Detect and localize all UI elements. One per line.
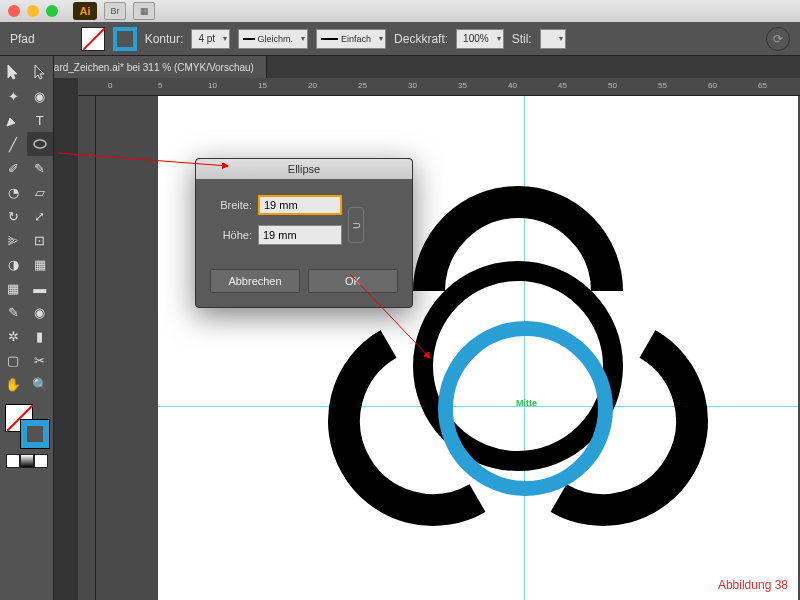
zoom-window-button[interactable] bbox=[46, 5, 58, 17]
direct-selection-tool[interactable] bbox=[27, 60, 54, 84]
color-mode-row bbox=[6, 454, 48, 468]
column-graph-tool[interactable]: ▮ bbox=[27, 324, 54, 348]
style-label: Stil: bbox=[512, 32, 532, 46]
rotate-tool[interactable]: ↻ bbox=[0, 204, 27, 228]
opacity-label: Deckkraft: bbox=[394, 32, 448, 46]
stroke-color-icon[interactable] bbox=[21, 420, 49, 448]
symbol-sprayer-tool[interactable]: ✲ bbox=[0, 324, 27, 348]
mesh-tool[interactable]: ▦ bbox=[0, 276, 27, 300]
stroke-profile-dropdown[interactable]: Einfach bbox=[316, 29, 386, 49]
width-input[interactable] bbox=[258, 195, 342, 215]
shape-builder-tool[interactable]: ◑ bbox=[0, 252, 27, 276]
selected-ellipse[interactable] bbox=[438, 321, 613, 496]
cancel-button[interactable]: Abbrechen bbox=[210, 269, 300, 293]
opacity-dropdown[interactable]: 100% bbox=[456, 29, 504, 49]
type-tool[interactable]: T bbox=[27, 108, 54, 132]
figure-caption: Abbildung 38 bbox=[718, 578, 788, 592]
window-titlebar: Ai Br ▦ bbox=[0, 0, 800, 22]
sync-icon[interactable]: ⟳ bbox=[766, 27, 790, 51]
width-label: Breite: bbox=[210, 199, 252, 211]
selection-type-label: Pfad bbox=[10, 32, 35, 46]
options-bar: Pfad Kontur: 4 pt Gleichm. Einfach Deckk… bbox=[0, 22, 800, 56]
lasso-tool[interactable]: ◉ bbox=[27, 84, 54, 108]
eraser-tool[interactable]: ▱ bbox=[27, 180, 54, 204]
stroke-weight-dropdown[interactable]: 4 pt bbox=[191, 29, 230, 49]
horizontal-ruler[interactable]: 05101520253035404550556065 bbox=[78, 78, 800, 96]
stroke-dash-dropdown[interactable]: Gleichm. bbox=[238, 29, 308, 49]
slice-tool[interactable]: ✂ bbox=[27, 348, 54, 372]
paintbrush-tool[interactable]: ✐ bbox=[0, 156, 27, 180]
stroke-swatch[interactable] bbox=[113, 27, 137, 51]
fill-stroke-control[interactable] bbox=[5, 404, 49, 448]
vertical-ruler[interactable] bbox=[78, 96, 96, 600]
constrain-proportions-icon[interactable]: ⊃ bbox=[348, 207, 364, 243]
scale-tool[interactable]: ⤢ bbox=[27, 204, 54, 228]
bridge-button[interactable]: Br bbox=[104, 2, 126, 20]
ok-button[interactable]: OK bbox=[308, 269, 398, 293]
svg-point-0 bbox=[34, 140, 46, 148]
ellipse-dialog: Ellipse Breite: Höhe: ⊃ Abbrechen OK bbox=[195, 158, 413, 308]
artboard-tool[interactable]: ▢ bbox=[0, 348, 27, 372]
magic-wand-tool[interactable]: ✦ bbox=[0, 84, 27, 108]
hand-tool[interactable]: ✋ bbox=[0, 372, 27, 396]
document-tab-bar: × Biohazard_Zeichen.ai* bei 311 % (CMYK/… bbox=[0, 56, 800, 78]
line-tool[interactable]: ╱ bbox=[0, 132, 27, 156]
smart-guide-label: Mitte bbox=[516, 398, 537, 408]
fill-swatch[interactable] bbox=[81, 27, 105, 51]
pen-tool[interactable] bbox=[0, 108, 27, 132]
zoom-tool[interactable]: 🔍 bbox=[27, 372, 54, 396]
color-mode-gradient[interactable] bbox=[20, 454, 34, 468]
blob-brush-tool[interactable]: ◔ bbox=[0, 180, 27, 204]
eyedropper-tool[interactable]: ✎ bbox=[0, 300, 27, 324]
ellipse-tool[interactable] bbox=[27, 132, 54, 156]
blend-tool[interactable]: ◉ bbox=[27, 300, 54, 324]
selection-tool[interactable] bbox=[0, 60, 27, 84]
color-mode-none[interactable] bbox=[34, 454, 48, 468]
free-transform-tool[interactable]: ⊡ bbox=[27, 228, 54, 252]
dialog-title: Ellipse bbox=[196, 159, 412, 179]
arrange-docs-button[interactable]: ▦ bbox=[133, 2, 155, 20]
close-window-button[interactable] bbox=[8, 5, 20, 17]
width-tool[interactable]: ⫸ bbox=[0, 228, 27, 252]
pencil-tool[interactable]: ✎ bbox=[27, 156, 54, 180]
color-mode-color[interactable] bbox=[6, 454, 20, 468]
gradient-tool[interactable]: ▬ bbox=[27, 276, 54, 300]
minimize-window-button[interactable] bbox=[27, 5, 39, 17]
perspective-grid-tool[interactable]: ▦ bbox=[27, 252, 54, 276]
document-title: Biohazard_Zeichen.ai* bei 311 % (CMYK/Vo… bbox=[23, 62, 254, 73]
graphic-style-dropdown[interactable] bbox=[540, 29, 566, 49]
height-input[interactable] bbox=[258, 225, 342, 245]
stroke-label: Kontur: bbox=[145, 32, 184, 46]
height-label: Höhe: bbox=[210, 229, 252, 241]
tools-panel: ✦◉ T ╱ ✐✎ ◔▱ ↻⤢ ⫸⊡ ◑▦ ▦▬ ✎◉ ✲▮ ▢✂ ✋🔍 bbox=[0, 56, 54, 600]
app-icon: Ai bbox=[73, 2, 97, 20]
